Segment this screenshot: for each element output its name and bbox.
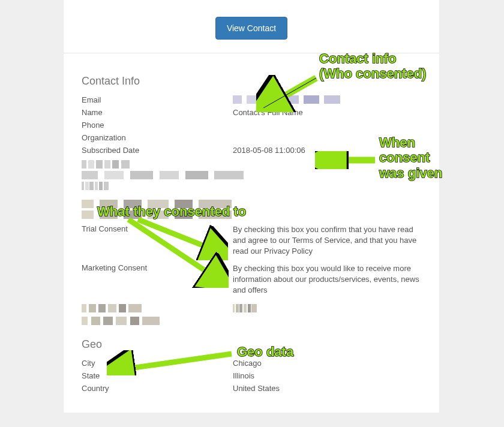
name-label: Name [82, 108, 233, 117]
row-trial-consent: Trial Consent By checking this box you c… [82, 222, 421, 259]
row-phone: Phone [82, 119, 421, 131]
geo-heading: Geo [82, 338, 421, 351]
city-value: Chicago [233, 359, 421, 368]
button-bar: View Contact [64, 0, 439, 53]
row-marketing-consent: Marketing Consent By checking this box y… [82, 261, 421, 298]
subscribed-date-label: Subscribed Date [82, 146, 233, 155]
city-label: City [82, 359, 233, 368]
redacted-block-1 [82, 160, 421, 190]
state-label: State [82, 371, 233, 380]
row-name: Name Contact's Full Name [82, 106, 421, 119]
email-label: Email [82, 95, 233, 104]
redacted-row-3 [82, 302, 421, 314]
country-value: United States [233, 384, 421, 393]
row-state: State Illinois [82, 369, 421, 382]
organization-label: Organization [82, 133, 233, 142]
contact-info-heading: Contact Info [82, 75, 421, 88]
trial-consent-label: Trial Consent [82, 224, 233, 233]
email-value-redacted [233, 95, 421, 104]
view-contact-button[interactable]: View Contact [215, 17, 287, 40]
marketing-consent-value: By checking this box you would like to r… [233, 263, 421, 296]
contact-card: View Contact Contact Info Email Name Con… [64, 0, 439, 413]
row-subscribed-date: Subscribed Date 2018-05-08 11:00:06 [82, 144, 421, 157]
row-country: Country United States [82, 382, 421, 395]
marketing-consent-label: Marketing Consent [82, 263, 233, 272]
redacted-block-2 [82, 200, 421, 219]
subscribed-date-value: 2018-05-08 11:00:06 [233, 146, 421, 155]
row-organization: Organization [82, 131, 421, 144]
state-value: Illinois [233, 371, 421, 380]
row-email: Email [82, 94, 421, 106]
trial-consent-value: By checking this box you confirm that yo… [233, 224, 421, 257]
country-label: Country [82, 384, 233, 393]
card-content: Contact Info Email Name Contact's Full N… [64, 53, 439, 413]
name-value: Contact's Full Name [233, 108, 421, 117]
phone-label: Phone [82, 121, 233, 130]
row-city: City Chicago [82, 357, 421, 369]
redacted-row-4 [82, 317, 421, 325]
